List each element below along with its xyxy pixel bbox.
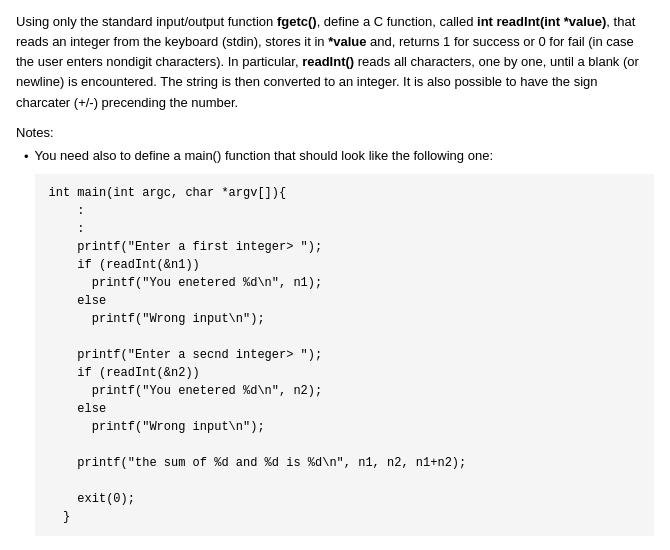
intro-paragraph: Using only the standard input/output fun… bbox=[16, 12, 654, 113]
readint-call-bold: readInt() bbox=[302, 54, 354, 69]
star-value-bold: *value bbox=[328, 34, 366, 49]
bullet-item-1: • You need also to define a main() funct… bbox=[24, 146, 654, 544]
readint-sig-bold: int readInt(int *value) bbox=[477, 14, 606, 29]
intro-text-2: , define a C function, called bbox=[317, 14, 477, 29]
bullet-dot-1: • bbox=[24, 147, 29, 167]
bullet-list: • You need also to define a main() funct… bbox=[16, 146, 654, 550]
intro-text-1: Using only the standard input/output fun… bbox=[16, 14, 277, 29]
code-block-1: int main(int argc, char *argv[]){ : : pr… bbox=[35, 174, 654, 536]
notes-label: Notes: bbox=[16, 125, 654, 140]
fgetc-bold: fgetc() bbox=[277, 14, 317, 29]
bullet-content-1: You need also to define a main() functio… bbox=[35, 146, 654, 544]
bullet-1-text: You need also to define a main() functio… bbox=[35, 148, 493, 163]
